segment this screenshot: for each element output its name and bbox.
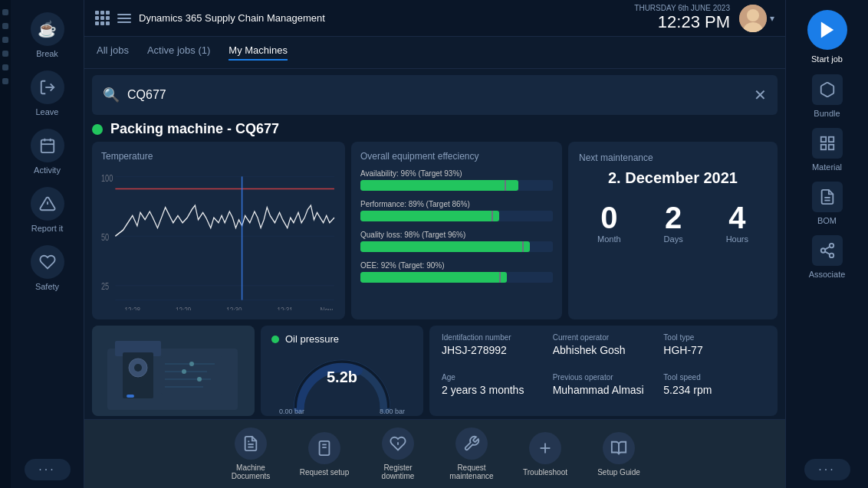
svg-rect-47 xyxy=(820,136,825,141)
tab-active-jobs[interactable]: Active jobs (1) xyxy=(147,44,210,61)
sidebar-item-safety[interactable]: Safety xyxy=(18,239,77,297)
gauge-max-label: 8.00 bar xyxy=(380,408,405,415)
hamburger-icon[interactable] xyxy=(117,14,131,23)
svg-point-54 xyxy=(820,248,825,253)
grid-dot xyxy=(106,16,110,20)
avatar xyxy=(739,5,767,32)
break-icon: ☕ xyxy=(31,12,64,46)
svg-point-36 xyxy=(182,369,186,374)
action-machine-docs[interactable]: Machine Documents xyxy=(222,427,280,480)
action-request-maintenance[interactable]: Request maintenance xyxy=(442,427,501,480)
tab-my-machines[interactable]: My Machines xyxy=(229,44,288,61)
info-value-3: 2 years 3 months xyxy=(442,384,544,396)
register-downtime-icon xyxy=(382,427,414,460)
info-value-1: Abhishek Gosh xyxy=(553,344,655,356)
gauge-min-label: 0.00 bar xyxy=(279,408,304,415)
header-right: THURSDAY 6th JUNE 2023 12:23 PM ▾ xyxy=(634,4,774,32)
info-cell-0: Identifaction number JHSJ-278992 xyxy=(442,333,544,368)
request-maintenance-icon xyxy=(455,427,488,460)
header-left: Dynamics 365 Supply Chain Management xyxy=(95,11,325,25)
info-cell-1: Current operator Abhishek Gosh xyxy=(553,333,655,368)
oil-status-dot xyxy=(271,336,279,343)
svg-rect-48 xyxy=(828,136,833,141)
maintenance-countdown: 0 Month 2 Days 4 Hours xyxy=(579,202,767,244)
oee-card: Overall equipment effeciency Availabilit… xyxy=(351,142,562,319)
user-avatar-block[interactable]: ▾ xyxy=(739,5,774,32)
sidebar-item-report-it[interactable]: Report it xyxy=(18,181,77,239)
action-register-downtime[interactable]: Register downtime xyxy=(369,427,427,480)
oee-bar-bg-4 xyxy=(360,272,553,283)
info-cell-4: Previous operator Muhammad Almasi xyxy=(553,373,655,408)
main-content: Dynamics 365 Supply Chain Management THU… xyxy=(84,0,785,488)
right-panel-associate[interactable]: Associate xyxy=(794,231,860,282)
svg-point-55 xyxy=(829,253,833,257)
sidebar: ☕ Break Leave Activity Report it Safet xyxy=(11,0,84,488)
svg-text:25: 25 xyxy=(101,281,109,292)
troubleshoot-icon xyxy=(529,432,561,464)
info-field-3: Age xyxy=(442,373,544,382)
oil-label: Oil pressure xyxy=(285,333,339,345)
days-number: 2 xyxy=(664,202,683,233)
hamburger-line xyxy=(117,18,131,19)
gauge-container: 5.2b 0.00 bar 8.00 bar xyxy=(271,348,413,417)
setup-guide-icon xyxy=(603,432,635,464)
search-input[interactable] xyxy=(127,88,746,102)
grid-dot xyxy=(100,16,104,20)
svg-text:12:28: 12:28 xyxy=(125,306,140,310)
svg-text:Now: Now xyxy=(321,306,333,310)
info-cell-2: Tool type HGH-77 xyxy=(663,333,765,368)
oee-row-availability: Availability: 96% (Target 93%) xyxy=(360,169,553,191)
svg-point-37 xyxy=(197,377,202,382)
bom-icon xyxy=(812,182,843,212)
tabs-bar: All jobs Active jobs (1) My Machines xyxy=(84,37,785,69)
temperature-chart: 100 50 25 xyxy=(101,166,336,310)
request-setup-icon xyxy=(308,432,340,464)
oee-bar-fill-availability xyxy=(360,180,518,191)
machine-info-card: Identifaction number JHSJ-278992 Current… xyxy=(429,326,778,416)
info-value-4: Muhammad Almasi xyxy=(553,384,655,396)
thin-nav-icon-6 xyxy=(2,78,8,84)
right-panel-bom[interactable]: BOM xyxy=(794,178,860,228)
info-field-0: Identifaction number xyxy=(442,333,544,342)
right-panel-more[interactable]: ··· xyxy=(804,459,850,480)
tab-all-jobs[interactable]: All jobs xyxy=(97,44,129,61)
action-troubleshoot[interactable]: Troubleshoot xyxy=(516,432,574,477)
sidebar-more-button[interactable]: ··· xyxy=(25,459,71,480)
maintenance-card-title: Next maintenance xyxy=(579,152,653,163)
thin-left-nav xyxy=(0,0,11,488)
temperature-card: Temperature 100 50 25 xyxy=(92,142,345,319)
action-request-setup[interactable]: Request setup xyxy=(295,432,353,477)
machine-image-card xyxy=(92,326,255,416)
action-setup-guide[interactable]: Setup Guide xyxy=(590,432,648,477)
datetime-block: THURSDAY 6th JUNE 2023 12:23 PM xyxy=(634,4,730,32)
svg-rect-49 xyxy=(828,144,833,149)
right-panel-material[interactable]: Material xyxy=(794,124,860,175)
oee-label-quality: Quality loss: 98% (Target 96%) xyxy=(360,231,553,239)
info-cell-3: Age 2 years 3 months xyxy=(442,373,544,408)
chevron-down-icon: ▾ xyxy=(770,13,774,24)
oee-bar-bg xyxy=(360,180,553,191)
search-icon: 🔍 xyxy=(103,87,120,103)
info-value-2: HGH-77 xyxy=(663,344,765,356)
sidebar-item-activity[interactable]: Activity xyxy=(18,123,77,181)
oee-bar-fill-performance xyxy=(360,211,499,221)
right-panel-bundle[interactable]: Bundle xyxy=(794,70,860,121)
app-title: Dynamics 365 Supply Chain Management xyxy=(139,12,325,24)
sidebar-item-leave[interactable]: Leave xyxy=(18,64,77,123)
start-job-button[interactable]: Start job xyxy=(794,6,860,67)
grid-dot xyxy=(100,21,104,25)
grid-dot xyxy=(95,16,99,20)
bundle-icon xyxy=(812,74,843,105)
close-icon[interactable]: ✕ xyxy=(754,86,767,104)
machine-name: Packing machine - CQ677 xyxy=(110,121,279,137)
thin-nav-icon-3 xyxy=(2,37,8,43)
info-field-5: Tool speed xyxy=(663,373,765,382)
oee-bar-target-oee xyxy=(499,272,501,283)
time-display: 12:23 PM xyxy=(634,12,730,32)
sidebar-item-break[interactable]: ☕ Break xyxy=(18,6,77,64)
grid-dot xyxy=(106,11,110,15)
svg-point-30 xyxy=(134,364,142,372)
report-it-icon xyxy=(31,187,64,221)
maintenance-date: 2. December 2021 xyxy=(608,169,738,187)
info-value-0: JHSJ-278992 xyxy=(442,344,544,356)
